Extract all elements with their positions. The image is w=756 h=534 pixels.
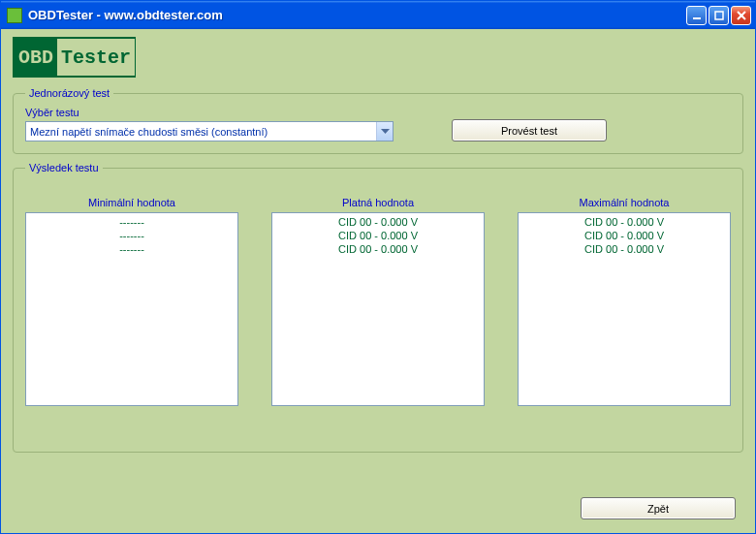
list-item: CID 00 - 0.000 V <box>276 242 480 256</box>
list-item: ------- <box>30 229 234 242</box>
app-window: OBDTester - www.obdtester.com OBD Tester… <box>0 0 756 534</box>
close-icon <box>737 11 746 20</box>
logo-right: Tester <box>57 39 135 76</box>
valid-header: Platná hodnota <box>271 197 485 208</box>
test-select-label: Výběr testu <box>25 107 394 118</box>
valid-listbox[interactable]: CID 00 - 0.000 V CID 00 - 0.000 V CID 00… <box>271 212 485 406</box>
onetime-test-group: Jednorázový test Výběr testu Mezní napět… <box>13 87 743 154</box>
min-listbox[interactable]: ------- ------- ------- <box>25 212 238 406</box>
svg-rect-1 <box>715 12 723 19</box>
list-item: CID 00 - 0.000 V <box>522 229 726 242</box>
close-button[interactable] <box>731 6 751 25</box>
footer: Zpět <box>581 497 736 519</box>
test-select-value: Mezní napětí snímače chudosti směsi (con… <box>26 126 376 138</box>
results-legend: Výsledek testu <box>25 162 103 173</box>
results-group: Výsledek testu Minimální hodnota -------… <box>13 162 743 453</box>
max-header: Maximální hodnota <box>518 197 731 208</box>
svg-rect-0 <box>693 17 701 19</box>
back-button[interactable]: Zpět <box>581 497 736 519</box>
app-logo: OBD Tester <box>13 37 136 78</box>
max-listbox[interactable]: CID 00 - 0.000 V CID 00 - 0.000 V CID 00… <box>518 212 731 406</box>
window-title: OBDTester - www.obdtester.com <box>28 8 686 22</box>
maximize-button[interactable] <box>709 6 729 25</box>
list-item: CID 00 - 0.000 V <box>522 215 726 229</box>
chevron-down-icon <box>376 122 393 141</box>
valid-column: Platná hodnota CID 00 - 0.000 V CID 00 -… <box>271 197 485 406</box>
title-bar: OBDTester - www.obdtester.com <box>1 1 755 29</box>
run-test-button[interactable]: Provést test <box>452 119 607 141</box>
onetime-legend: Jednorázový test <box>25 87 113 99</box>
list-item: ------- <box>30 215 234 229</box>
max-column: Maximální hodnota CID 00 - 0.000 V CID 0… <box>518 197 731 406</box>
list-item: CID 00 - 0.000 V <box>522 242 726 256</box>
minimize-button[interactable] <box>686 6 707 25</box>
test-select-wrap: Výběr testu Mezní napětí snímače chudost… <box>25 107 394 141</box>
min-header: Minimální hodnota <box>25 197 238 208</box>
client-area: OBD Tester Jednorázový test Výběr testu … <box>1 29 755 533</box>
min-column: Minimální hodnota ------- ------- ------… <box>25 197 238 406</box>
test-select[interactable]: Mezní napětí snímače chudosti směsi (con… <box>25 121 394 141</box>
minimize-icon <box>692 11 702 20</box>
logo-left: OBD <box>15 39 57 76</box>
maximize-icon <box>714 11 724 20</box>
list-item: ------- <box>30 242 234 256</box>
list-item: CID 00 - 0.000 V <box>276 215 480 229</box>
app-icon <box>7 8 22 23</box>
list-item: CID 00 - 0.000 V <box>276 229 480 242</box>
window-buttons <box>686 6 751 25</box>
